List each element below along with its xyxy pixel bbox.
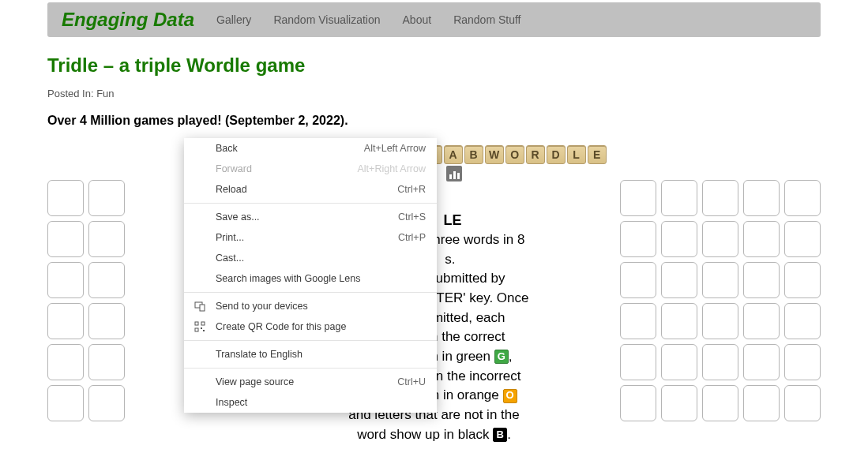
ctx-cast[interactable]: Cast... [184, 248, 437, 268]
ctx-shortcut: Ctrl+U [397, 376, 426, 387]
cell [620, 344, 656, 380]
ctx-label: Inspect [216, 397, 247, 408]
ctx-qr-code[interactable]: Create QR Code for this page [184, 316, 437, 337]
tile-letter: W [485, 145, 504, 164]
ctx-label: Create QR Code for this page [216, 321, 346, 332]
posted-in: Posted In: Fun [47, 88, 821, 99]
cell [743, 180, 780, 216]
board-left[interactable] [47, 180, 125, 421]
cell [661, 221, 697, 257]
ctx-label: Cast... [216, 253, 244, 264]
ctx-label: Forward [216, 163, 252, 174]
ctx-shortcut: Alt+Left Arrow [364, 143, 426, 154]
ctx-back[interactable]: Back Alt+Left Arrow [184, 138, 437, 159]
tile-letter: D [547, 145, 566, 164]
cell [743, 262, 780, 298]
ctx-shortcut: Alt+Right Arrow [358, 163, 426, 174]
cell [47, 344, 84, 380]
cell [88, 221, 125, 257]
svg-rect-6 [203, 330, 205, 331]
cell [661, 303, 697, 339]
nav-random-stuff[interactable]: Random Stuff [453, 13, 520, 26]
ctx-label: Reload [216, 184, 247, 195]
cell [784, 262, 821, 298]
brand-logo[interactable]: Engaging Data [62, 9, 194, 31]
cell [47, 385, 84, 421]
page-title: Tridle – a triple Wordle game [47, 54, 821, 77]
ctx-reload[interactable]: Reload Ctrl+R [184, 179, 437, 200]
ctx-send-devices[interactable]: Send to your devices [184, 296, 437, 316]
cell [661, 262, 697, 298]
board-right[interactable] [620, 180, 821, 421]
instructions-line: word show up in black B. [320, 425, 549, 445]
ctx-shortcut: Ctrl+R [397, 184, 426, 195]
cell [702, 180, 738, 216]
ctx-label: Back [216, 143, 238, 154]
svg-rect-5 [201, 327, 202, 329]
ctx-separator [184, 203, 437, 204]
cell [743, 221, 780, 257]
svg-rect-1 [200, 305, 205, 311]
stats-icon[interactable] [446, 166, 462, 181]
ctx-translate[interactable]: Translate to English [184, 344, 437, 365]
tile-letter: E [588, 145, 607, 164]
ctx-print[interactable]: Print... Ctrl+P [184, 227, 437, 248]
cell [620, 221, 656, 257]
cell [88, 344, 125, 380]
ctx-forward: Forward Alt+Right Arrow [184, 159, 437, 179]
posted-in-value[interactable]: Fun [96, 88, 114, 99]
cell [702, 385, 738, 421]
cell [661, 180, 697, 216]
ctx-label: Translate to English [216, 349, 302, 360]
cell [620, 303, 656, 339]
ctx-separator [184, 368, 437, 369]
nav-random-visualization[interactable]: Random Visualization [273, 13, 380, 26]
navbar: Engaging Data Gallery Random Visualizati… [47, 2, 821, 37]
nav-about[interactable]: About [403, 13, 432, 26]
ctx-view-source[interactable]: View page source Ctrl+U [184, 372, 437, 392]
cell [620, 262, 656, 298]
ctx-separator [184, 340, 437, 341]
cell [702, 303, 738, 339]
ctx-label: Search images with Google Lens [216, 273, 360, 284]
ctx-inspect[interactable]: Inspect [184, 392, 437, 413]
cell [661, 344, 697, 380]
svg-rect-2 [195, 322, 198, 325]
tile-letter: L [567, 145, 586, 164]
cell [743, 385, 780, 421]
qr-icon [194, 320, 206, 333]
cell [743, 303, 780, 339]
cell [784, 385, 821, 421]
orange-chip-icon: O [503, 389, 517, 403]
page-root: Engaging Data Gallery Random Visualizati… [0, 0, 868, 449]
green-chip-icon: G [494, 350, 509, 364]
cell [743, 344, 780, 380]
cell [88, 303, 125, 339]
cell [88, 262, 125, 298]
cell [47, 262, 84, 298]
ctx-label: Save as... [216, 211, 260, 223]
ctx-shortcut: Ctrl+S [398, 211, 426, 223]
cell [620, 180, 656, 216]
svg-rect-4 [195, 328, 198, 331]
ctx-search-lens[interactable]: Search images with Google Lens [184, 268, 437, 289]
cell [784, 180, 821, 216]
cell [702, 344, 738, 380]
ctx-label: Send to your devices [216, 301, 308, 312]
cell [88, 385, 125, 421]
cell [784, 303, 821, 339]
tile-letter: R [526, 145, 545, 164]
subheadline: Over 4 Million games played! (September … [47, 114, 821, 128]
nav-gallery[interactable]: Gallery [216, 13, 251, 26]
browser-context-menu: Back Alt+Left Arrow Forward Alt+Right Ar… [184, 138, 437, 413]
ctx-label: View page source [216, 376, 294, 387]
cell [784, 344, 821, 380]
cell [702, 221, 738, 257]
cell [47, 221, 84, 257]
cell [702, 262, 738, 298]
ctx-save-as[interactable]: Save as... Ctrl+S [184, 207, 437, 227]
cell [88, 180, 125, 216]
ctx-separator [184, 292, 437, 293]
tile-letter: O [505, 145, 524, 164]
cell [620, 385, 656, 421]
